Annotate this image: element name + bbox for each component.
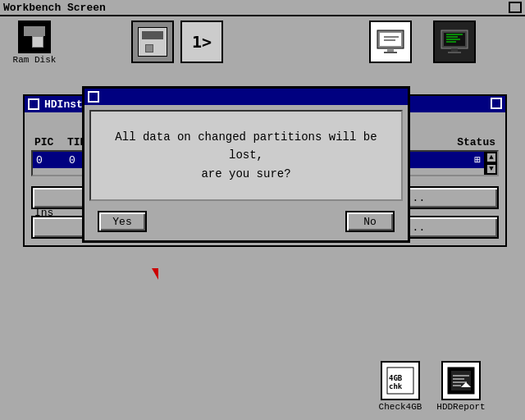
desktop: Ram Disk 1>	[0, 16, 525, 420]
modal-win-marker	[88, 91, 99, 103]
modal-body: All data on changed partitions will be l…	[89, 110, 403, 201]
workbench-titlebar: Workbench Screen	[0, 0, 525, 16]
workbench-close-button[interactable]	[509, 2, 522, 13]
modal-line1: All data on changed partitions will be l…	[104, 128, 388, 165]
no-button[interactable]: No	[345, 211, 395, 232]
mouse-cursor	[152, 268, 158, 280]
modal-overlay: All data on changed partitions will be l…	[0, 16, 525, 420]
modal-buttons: Yes No	[84, 206, 408, 240]
modal-dialog: All data on changed partitions will be l…	[82, 86, 410, 243]
modal-titlebar	[84, 89, 408, 105]
yes-button[interactable]: Yes	[98, 211, 147, 232]
modal-line2: are you sure?	[104, 165, 388, 183]
workbench-title: Workbench Screen	[3, 2, 106, 14]
